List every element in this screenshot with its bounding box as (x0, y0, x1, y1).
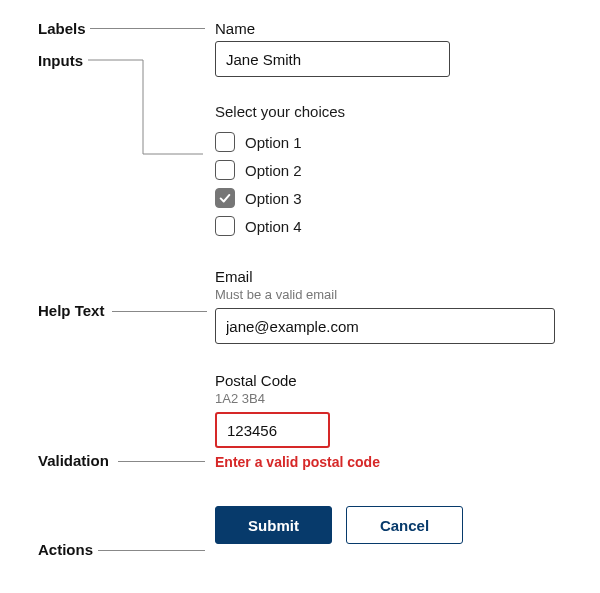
checkbox-option-1[interactable] (215, 132, 235, 152)
form-actions: Submit Cancel (215, 506, 555, 544)
checkbox-option-2[interactable] (215, 160, 235, 180)
email-help-text: Must be a valid email (215, 287, 555, 302)
annotation-line (98, 550, 205, 551)
postal-input[interactable] (215, 412, 330, 448)
checkbox-option-4[interactable] (215, 216, 235, 236)
postal-help-text: 1A2 3B4 (215, 391, 555, 406)
email-input[interactable] (215, 308, 555, 344)
checkbox-row: Option 4 (215, 212, 555, 240)
checkbox-row: Option 2 (215, 156, 555, 184)
annotation-validation: Validation (38, 452, 109, 469)
postal-error-text: Enter a valid postal code (215, 454, 555, 470)
annotation-line (90, 28, 205, 29)
email-label: Email (215, 268, 555, 285)
checkbox-row: Option 1 (215, 128, 555, 156)
annotation-actions: Actions (38, 541, 93, 558)
checkbox-label: Option 2 (245, 162, 302, 179)
submit-button[interactable]: Submit (215, 506, 332, 544)
choices-title: Select your choices (215, 103, 555, 120)
name-input[interactable] (215, 41, 450, 77)
checkbox-row: Option 3 (215, 184, 555, 212)
postal-label: Postal Code (215, 372, 555, 389)
checkbox-option-3[interactable] (215, 188, 235, 208)
cancel-button[interactable]: Cancel (346, 506, 463, 544)
annotation-labels: Labels (38, 20, 86, 37)
annotation-line (112, 311, 207, 312)
choices-group: Select your choices Option 1Option 2Opti… (215, 103, 555, 240)
annotation-line (118, 461, 205, 462)
checkbox-label: Option 4 (245, 218, 302, 235)
annotation-bracket (88, 52, 208, 162)
annotation-inputs: Inputs (38, 52, 83, 69)
annotation-help-text: Help Text (38, 302, 104, 319)
name-label: Name (215, 20, 555, 37)
check-icon (218, 191, 232, 205)
checkbox-label: Option 1 (245, 134, 302, 151)
checkbox-label: Option 3 (245, 190, 302, 207)
